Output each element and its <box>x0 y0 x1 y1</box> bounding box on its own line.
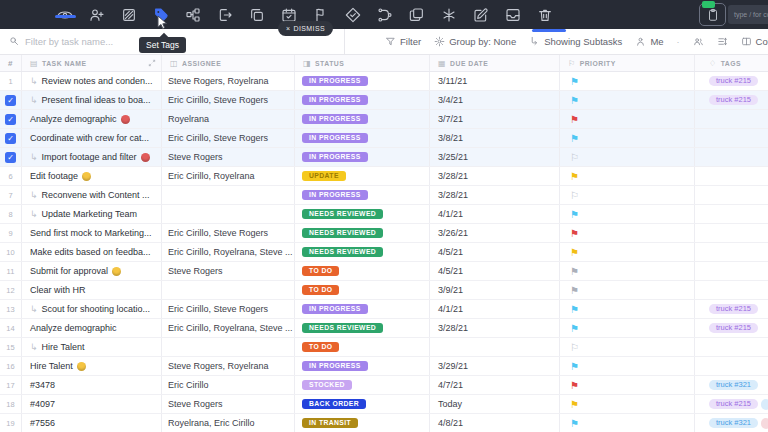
assignee-cell[interactable]: Steve Rogers <box>162 148 295 166</box>
row-number-cell[interactable]: 6 <box>0 167 22 185</box>
table-row[interactable]: 17 #3478 Eric Cirillo STOCKED 4/7/21 ⚑ t… <box>0 376 768 395</box>
row-number-cell[interactable]: ✓ <box>0 91 22 109</box>
header-status[interactable]: ◨ STATUS <box>295 55 430 71</box>
priority-flag-icon[interactable]: ⚐ <box>570 342 579 353</box>
priority-cell[interactable]: ⚑ <box>560 91 695 109</box>
priority-cell[interactable]: ⚑ <box>560 72 695 90</box>
tag-badge[interactable]: truck #215 <box>709 76 758 87</box>
assignee-cell[interactable]: Eric Cirillo, Steve Rogers <box>162 129 295 147</box>
row-number-cell[interactable]: ✓ <box>0 129 22 147</box>
task-name-cell[interactable]: Make edits based on feedba... <box>22 243 162 261</box>
due-date-cell[interactable]: 4/1/21 <box>430 300 560 318</box>
tag-badge[interactable]: truck #215 <box>709 323 758 334</box>
status-badge[interactable]: UPDATE <box>302 171 346 182</box>
header-number[interactable]: # <box>0 55 22 71</box>
density-icon[interactable] <box>717 36 728 47</box>
due-date-cell[interactable] <box>430 338 560 356</box>
priority-flag-icon[interactable]: ⚑ <box>570 247 579 258</box>
status-cell[interactable]: TO DO <box>295 262 430 280</box>
row-checkbox[interactable]: ✓ <box>5 114 16 125</box>
status-cell[interactable]: IN PROGRESS <box>295 357 430 375</box>
tags-cell[interactable] <box>695 357 768 375</box>
tags-cell[interactable] <box>695 243 768 261</box>
assignee-cell[interactable]: Eric Cirillo, Royelrana <box>162 167 295 185</box>
task-name-cell[interactable]: ↳ Present final ideas to boa... <box>22 91 162 109</box>
task-name-cell[interactable]: #7556 <box>22 414 162 432</box>
status-badge[interactable]: IN PROGRESS <box>302 95 368 106</box>
tag-badge[interactable] <box>761 418 768 429</box>
status-badge[interactable]: TO DO <box>302 285 339 296</box>
due-date-cell[interactable]: 3/29/21 <box>430 357 560 375</box>
asterisk-icon[interactable] <box>440 6 457 23</box>
me-filter-button[interactable]: Me <box>635 36 663 47</box>
due-date-cell[interactable]: Today <box>430 395 560 413</box>
tag-badge[interactable]: truck #321 <box>709 380 758 391</box>
task-name-cell[interactable]: ↳ Reconvene with Content ... <box>22 186 162 204</box>
assignee-cell[interactable] <box>162 338 295 356</box>
priority-flag-icon[interactable]: ⚑ <box>570 266 579 277</box>
table-row[interactable]: 11 Submit for approval Steve Rogers TO D… <box>0 262 768 281</box>
priority-flag-icon[interactable]: ⚑ <box>570 76 579 87</box>
priority-flag-icon[interactable]: ⚑ <box>570 380 579 391</box>
group-by-button[interactable]: Group by: None <box>434 36 516 47</box>
tags-cell[interactable] <box>695 224 768 242</box>
priority-cell[interactable]: ⚐ <box>560 338 695 356</box>
table-row[interactable]: 18 #4097 Steve Rogers BACK ORDER Today ⚑… <box>0 395 768 414</box>
status-badge[interactable]: IN PROGRESS <box>302 114 368 125</box>
assignee-cell[interactable]: Steve Rogers, Royelrana <box>162 357 295 375</box>
tags-cell[interactable]: truck #215 <box>695 300 768 318</box>
row-number-cell[interactable]: 19 <box>0 414 22 432</box>
status-cell[interactable]: IN TRANSIT <box>295 414 430 432</box>
table-row[interactable]: 10 Make edits based on feedba... Eric Ci… <box>0 243 768 262</box>
tag-badge[interactable] <box>761 399 768 410</box>
assignee-cell[interactable]: Eric Cirillo, Steve Rogers <box>162 91 295 109</box>
tags-cell[interactable]: truck #321 <box>695 414 768 432</box>
due-date-cell[interactable]: 3/11/21 <box>430 72 560 90</box>
task-name-cell[interactable]: Edit footage <box>22 167 162 185</box>
due-date-cell[interactable]: 3/4/21 <box>430 91 560 109</box>
row-number-cell[interactable]: 15 <box>0 338 22 356</box>
edit-icon[interactable] <box>472 6 489 23</box>
status-badge[interactable]: IN PROGRESS <box>302 190 368 201</box>
due-date-cell[interactable]: 3/7/21 <box>430 110 560 128</box>
status-badge[interactable]: NEEDS REVIEWED <box>302 247 383 258</box>
export-icon[interactable] <box>216 6 233 23</box>
tags-cell[interactable] <box>695 281 768 299</box>
priority-flag-icon[interactable]: ⚑ <box>570 209 579 220</box>
status-cell[interactable]: TO DO <box>295 338 430 356</box>
table-row[interactable]: 15 ↳ Hire Talent TO DO ⚐ <box>0 338 768 357</box>
branch-icon[interactable] <box>376 6 393 23</box>
trash-icon[interactable] <box>536 6 553 23</box>
assignee-cell[interactable]: Steve Rogers <box>162 262 295 280</box>
status-badge[interactable]: IN PROGRESS <box>302 304 368 315</box>
due-date-cell[interactable]: 4/5/21 <box>430 262 560 280</box>
row-number-cell[interactable]: 12 <box>0 281 22 299</box>
task-name-cell[interactable]: Analyze demographic <box>22 110 162 128</box>
status-badge[interactable]: BACK ORDER <box>302 399 366 410</box>
task-name-cell[interactable]: Coordinate with crew for cat... <box>22 129 162 147</box>
status-cell[interactable]: STOCKED <box>295 376 430 394</box>
priority-flag-icon[interactable]: ⚑ <box>570 228 579 239</box>
priority-cell[interactable]: ⚑ <box>560 300 695 318</box>
due-date-cell[interactable]: 3/25/21 <box>430 148 560 166</box>
priority-flag-icon[interactable]: ⚑ <box>570 285 579 296</box>
row-number-cell[interactable]: ✓ <box>0 148 22 166</box>
row-number-cell[interactable]: ✓ <box>0 110 22 128</box>
row-number-cell[interactable]: 11 <box>0 262 22 280</box>
priority-flag-icon[interactable]: ⚑ <box>570 133 579 144</box>
tags-cell[interactable]: truck #215 <box>695 319 768 337</box>
tags-cell[interactable]: truck #321 <box>695 376 768 394</box>
due-date-cell[interactable]: 4/5/21 <box>430 243 560 261</box>
status-badge[interactable]: STOCKED <box>302 380 352 391</box>
row-checkbox[interactable]: ✓ <box>5 95 16 106</box>
assignee-cell[interactable]: Royelrana <box>162 110 295 128</box>
add-user-icon[interactable] <box>88 6 105 23</box>
tags-cell[interactable]: truck #215 <box>695 395 768 413</box>
priority-flag-icon[interactable]: ⚑ <box>570 399 579 410</box>
assignee-cell[interactable]: Royelrana, Eric Cirillo <box>162 414 295 432</box>
header-priority[interactable]: ⚐ PRIORITY <box>560 55 695 71</box>
assignee-cell[interactable]: Steve Rogers <box>162 395 295 413</box>
row-number-cell[interactable]: 16 <box>0 357 22 375</box>
dismiss-button[interactable]: × DISMISS <box>278 21 333 36</box>
priority-flag-icon[interactable]: ⚑ <box>570 361 579 372</box>
